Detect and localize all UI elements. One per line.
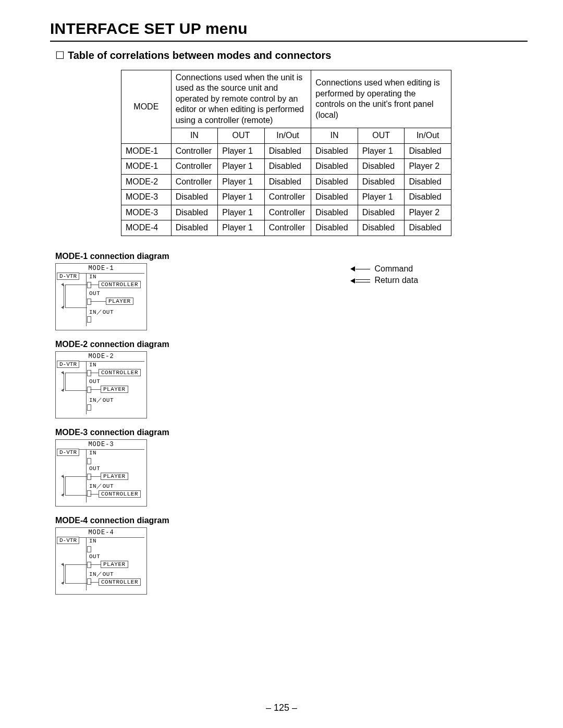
title-rule bbox=[50, 41, 528, 42]
mode1-diagram: MODE-1 D-VTR IN CONTROLLER OUT PLAYER bbox=[55, 263, 147, 330]
mode3-diagram: MODE-3 D-VTR IN OUT PLAYER IN／OUT CONTRO… bbox=[55, 439, 147, 507]
controller-box: CONTROLLER bbox=[99, 369, 141, 376]
out-label: OUT bbox=[89, 290, 100, 297]
controller-box: CONTROLLER bbox=[99, 490, 141, 498]
table-row: MODE-1 Controller Player 1 Disabled Disa… bbox=[121, 159, 451, 174]
section-title-text: Table of correlations between modes and … bbox=[68, 50, 331, 61]
mode1-diagram-heading: MODE-1 connection diagram bbox=[55, 252, 528, 261]
mode4-diagram: MODE-4 D-VTR IN OUT PLAYER IN／OUT CONTRO… bbox=[55, 527, 147, 595]
section-heading: ☐Table of correlations between modes and… bbox=[55, 49, 528, 61]
out-label: OUT bbox=[89, 378, 100, 385]
table-header-row-1: MODE Connections used when the unit is u… bbox=[121, 70, 451, 128]
table-row: MODE-2 Controller Player 1 Disabled Disa… bbox=[121, 174, 451, 189]
table-header-row-2: IN OUT In/Out IN OUT In/Out bbox=[121, 128, 451, 143]
box-mark-icon: ☐ bbox=[55, 49, 65, 61]
mode1-title: MODE-1 bbox=[56, 264, 146, 272]
sub-in-local: IN bbox=[311, 128, 358, 143]
player-box: PLAYER bbox=[101, 561, 128, 568]
inout-label: IN／OUT bbox=[89, 482, 114, 490]
sub-inout-local: In/Out bbox=[405, 128, 451, 143]
dvtr-label: D-VTR bbox=[57, 537, 79, 544]
player-box: PLAYER bbox=[101, 473, 128, 480]
controller-box: CONTROLLER bbox=[99, 281, 141, 288]
legend-command: Command bbox=[350, 263, 418, 275]
mode2-diagram-heading: MODE-2 connection diagram bbox=[55, 340, 528, 349]
sub-out-remote: OUT bbox=[218, 128, 265, 143]
table-row: MODE-4 Disabled Player 1 Controller Disa… bbox=[121, 220, 451, 236]
dvtr-label: D-VTR bbox=[57, 449, 79, 456]
out-label: OUT bbox=[89, 465, 100, 472]
player-box: PLAYER bbox=[106, 298, 133, 305]
mode3-title: MODE-3 bbox=[56, 440, 146, 448]
in-label: IN bbox=[89, 538, 96, 544]
inout-label: IN／OUT bbox=[89, 570, 114, 578]
in-label: IN bbox=[89, 362, 96, 368]
player-box: PLAYER bbox=[101, 386, 128, 393]
legend-return-data: Return data bbox=[350, 275, 418, 286]
sub-out-local: OUT bbox=[358, 128, 405, 143]
mode3-diagram-heading: MODE-3 connection diagram bbox=[55, 428, 528, 437]
page-title: INTERFACE SET UP menu bbox=[50, 20, 528, 38]
mode-table: MODE Connections used when the unit is u… bbox=[121, 70, 451, 236]
in-label: IN bbox=[89, 450, 96, 456]
sub-in-remote: IN bbox=[171, 128, 218, 143]
header-remote: Connections used when the unit is used a… bbox=[171, 70, 311, 128]
table-row: MODE-3 Disabled Player 1 Controller Disa… bbox=[121, 205, 451, 220]
mode4-title: MODE-4 bbox=[56, 528, 146, 536]
dvtr-label: D-VTR bbox=[57, 361, 79, 368]
header-local: Connections used when editing is perform… bbox=[311, 70, 451, 128]
out-label: OUT bbox=[89, 553, 100, 560]
mode4-diagram-heading: MODE-4 connection diagram bbox=[55, 516, 528, 525]
header-mode: MODE bbox=[121, 70, 172, 144]
table-row: MODE-1 Controller Player 1 Disabled Disa… bbox=[121, 143, 451, 158]
mode2-title: MODE-2 bbox=[56, 352, 146, 360]
controller-box: CONTROLLER bbox=[99, 578, 141, 586]
inout-label: IN／OUT bbox=[89, 396, 114, 404]
legend: Command Return data bbox=[350, 263, 418, 287]
dvtr-label: D-VTR bbox=[57, 273, 79, 280]
mode2-diagram: MODE-2 D-VTR IN CONTROLLER OUT PLAYER IN… bbox=[55, 351, 147, 418]
sub-inout-remote: In/Out bbox=[264, 128, 311, 143]
inout-label: IN／OUT bbox=[89, 308, 114, 316]
table-row: MODE-3 Disabled Player 1 Controller Disa… bbox=[121, 190, 451, 205]
page-number: – 125 – bbox=[0, 702, 563, 713]
in-label: IN bbox=[89, 274, 96, 280]
